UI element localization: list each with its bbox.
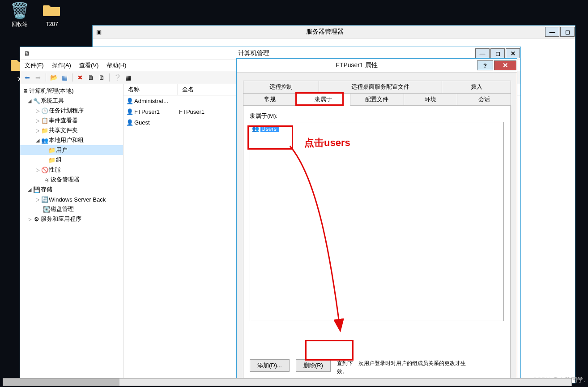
server-manager-icon: ▣ (93, 29, 105, 35)
user-icon: 👤 (125, 98, 134, 104)
folder-icon: 📁 (48, 157, 56, 163)
menu-file[interactable]: 文件(F) (25, 61, 44, 69)
cell-name: FTPuser1 (134, 108, 179, 115)
scrollbar-thumb[interactable] (3, 378, 119, 386)
desktop: 🗑️ 回收站 T287 te ▣ 服务器管理器 — ◻ 🖥 计算机管理 — ◻ … (0, 0, 588, 387)
remove-button[interactable]: 删除(R) (296, 359, 331, 372)
comp-mgmt-title: 计算机管理 (33, 49, 475, 57)
expand-icon[interactable]: ▷ (34, 128, 41, 133)
maximize-button[interactable]: ◻ (490, 48, 505, 58)
expand-icon[interactable]: ▷ (34, 197, 41, 202)
horizontal-scrollbar[interactable] (3, 378, 572, 386)
expand-icon[interactable]: ▷ (26, 216, 33, 222)
tree-sharedf[interactable]: 共享文件夹 (49, 126, 78, 134)
help-icon[interactable]: ❔ (113, 73, 122, 82)
export-icon[interactable]: 🗎 (97, 73, 106, 82)
tree-wsb[interactable]: Windows Server Back (49, 196, 106, 203)
share-icon: 📁 (41, 127, 49, 134)
properties-dialog: FTPuser1 属性 ? ✕ 远程控制 远程桌面服务配置文件 拨入 常规 隶属… (236, 58, 517, 383)
computer-icon: 🖥 (21, 88, 29, 95)
event-icon: 📋 (41, 117, 49, 124)
expand-icon[interactable]: ▷ (34, 108, 41, 114)
server-manager-title: 服务器管理器 (105, 28, 545, 36)
back-icon[interactable]: ⬅ (23, 73, 32, 82)
folder-icon: 📁 (48, 147, 56, 154)
view-icon[interactable]: ▦ (124, 73, 132, 82)
delete-icon[interactable]: ✖ (76, 73, 85, 82)
services-icon: ⚙ (33, 216, 41, 223)
device-icon: 🖨 (43, 176, 51, 183)
user-icon: 👤 (125, 119, 134, 126)
tab-remote-control[interactable]: 远程控制 (243, 81, 319, 93)
tools-icon: 🔧 (33, 98, 41, 104)
user-icon: 👤 (125, 108, 134, 115)
add-button[interactable]: 添加(D)... (250, 359, 290, 372)
tab-memberof[interactable]: 隶属于 (297, 93, 351, 106)
group-icon: 👥 (252, 125, 259, 132)
storage-icon: 💾 (33, 186, 41, 193)
recycle-bin-icon[interactable]: 🗑️ 回收站 (6, 3, 33, 28)
disk-icon: 💽 (43, 206, 51, 213)
tree-tasksched[interactable]: 任务计划程序 (49, 107, 84, 115)
tab-profile[interactable]: 配置文件 (350, 93, 404, 106)
tree-storage[interactable]: 存储 (41, 185, 52, 194)
close-button[interactable]: ✕ (506, 48, 520, 58)
minimize-button[interactable]: — (545, 27, 559, 37)
tree-systools[interactable]: 系统工具 (41, 97, 64, 105)
tab-rdp-profile[interactable]: 远程桌面服务配置文件 (319, 81, 443, 93)
minimize-button[interactable]: — (475, 48, 490, 58)
server-manager-titlebar[interactable]: ▣ 服务器管理器 — ◻ (93, 26, 575, 39)
tab-dialin[interactable]: 拨入 (442, 81, 511, 93)
tree-localusers[interactable]: 本地用户和组 (49, 136, 84, 144)
menu-help[interactable]: 帮助(H) (107, 61, 126, 69)
users-icon: 👥 (41, 137, 49, 144)
folder-t287-label: T287 (38, 21, 65, 27)
tree-svcapps[interactable]: 服务和应用程序 (41, 215, 81, 223)
menu-action[interactable]: 操作(A) (52, 61, 71, 69)
expand-icon[interactable]: ▷ (34, 167, 41, 173)
maximize-button[interactable]: ◻ (560, 27, 575, 37)
collapse-icon[interactable]: ◢ (26, 187, 33, 193)
help-button[interactable]: ? (477, 60, 493, 70)
group-listbox[interactable]: 👥 Users (250, 122, 504, 321)
perf-icon: 🚫 (41, 167, 49, 173)
tree-root[interactable]: 计算机管理(本地) (29, 87, 74, 95)
backup-icon: 🔄 (41, 196, 49, 203)
tab-environment[interactable]: 环境 (404, 93, 458, 106)
props-title: FTPuser1 属性 (237, 61, 477, 69)
tab-general[interactable]: 常规 (243, 93, 297, 106)
tab-session[interactable]: 会话 (457, 93, 511, 106)
tree-groups[interactable]: 组 (56, 156, 62, 164)
col-name[interactable]: 名称 (124, 84, 178, 95)
tree-eventvwr[interactable]: 事件查看器 (49, 116, 78, 125)
tree-diskm[interactable]: 磁盘管理 (51, 205, 74, 213)
forward-icon[interactable]: ➡ (34, 73, 43, 82)
folder-t287[interactable]: T287 (38, 3, 65, 27)
close-button[interactable]: ✕ (494, 60, 516, 70)
cell-full: FTPuser1 (179, 108, 205, 115)
comp-mgmt-icon: 🖥 (20, 50, 33, 57)
trash-icon: 🗑️ (6, 3, 33, 18)
tree-perf[interactable]: 性能 (49, 166, 60, 174)
folder-icon (43, 3, 61, 17)
collapse-icon[interactable]: ◢ (26, 98, 33, 104)
up-folder-icon[interactable]: 📂 (49, 73, 58, 82)
tree-devmgr[interactable]: 设备管理器 (51, 176, 80, 184)
collapse-icon[interactable]: ◢ (34, 138, 41, 143)
group-item-label: Users (260, 125, 279, 132)
menu-view[interactable]: 查看(V) (79, 61, 98, 69)
refresh-icon[interactable]: 🗎 (86, 73, 95, 82)
expand-icon[interactable]: ▷ (34, 118, 41, 124)
properties-icon[interactable]: ▦ (60, 73, 69, 82)
recycle-bin-label: 回收站 (6, 21, 33, 28)
cell-name: Guest (134, 119, 179, 126)
props-titlebar[interactable]: FTPuser1 属性 ? ✕ (237, 59, 517, 73)
hint-text: 直到下一次用户登录时对用户的组成员关系的更改才生效。 (337, 359, 471, 375)
cell-name: Administrat... (134, 98, 179, 104)
group-item-users[interactable]: 👥 Users (252, 124, 502, 133)
memberof-label: 隶属于(M): (250, 112, 504, 120)
tree-users[interactable]: 用户 (56, 146, 68, 154)
tree-pane[interactable]: 🖥计算机管理(本地) ◢🔧系统工具 ▷🕒任务计划程序 ▷📋事件查看器 ▷📁共享文… (20, 84, 124, 383)
col-fullname[interactable]: 全名 (178, 84, 245, 95)
clock-icon: 🕒 (41, 108, 49, 114)
